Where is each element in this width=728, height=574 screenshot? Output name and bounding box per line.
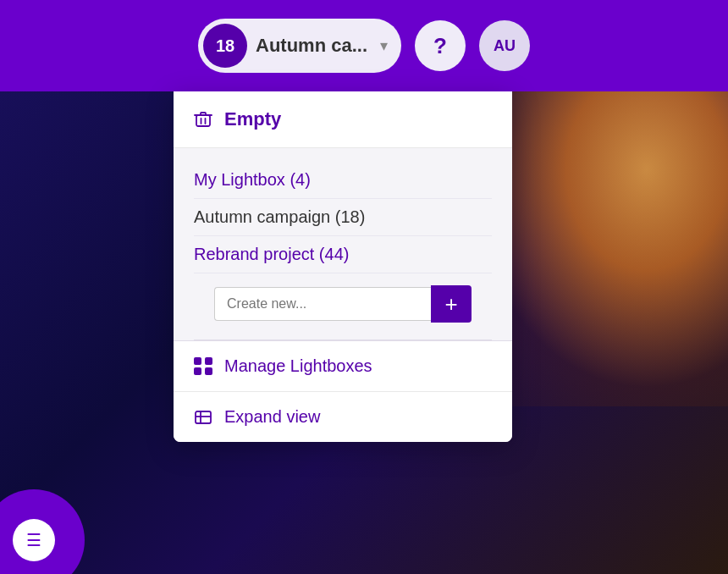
lightbox-item-name: Rebrand project (44) — [194, 245, 349, 263]
avatar-label: AU — [494, 37, 516, 55]
svg-rect-0 — [196, 115, 210, 126]
bottom-circle-icon: ☰ — [13, 519, 55, 561]
empty-label: Empty — [224, 108, 281, 130]
lightbox-name: Autumn ca... — [256, 35, 372, 57]
help-button[interactable]: ? — [415, 20, 466, 71]
lightbox-item-name: Autumn campaign (18) — [194, 207, 365, 226]
empty-button[interactable]: Empty — [174, 91, 512, 148]
manage-label: Manage Lightboxes — [224, 356, 372, 376]
lightbox-dropdown: Empty My Lightbox (4) Autumn campaign (1… — [174, 91, 512, 442]
create-lightbox-input[interactable] — [214, 287, 431, 321]
header: 18 Autumn ca... ▾ ? AU — [0, 0, 728, 91]
expand-view-button[interactable]: Expand view — [174, 392, 512, 442]
svg-rect-3 — [196, 411, 211, 423]
badge-count: 18 — [216, 36, 234, 56]
lightbox-item-name: My Lightbox (4) — [194, 170, 311, 189]
plus-icon: + — [444, 293, 457, 315]
manage-lightboxes-button[interactable]: Manage Lightboxes — [174, 341, 512, 392]
chevron-down-icon: ▾ — [380, 36, 388, 55]
trash-icon — [194, 110, 212, 129]
expand-icon — [194, 408, 212, 427]
expand-label: Expand view — [224, 407, 320, 427]
list-item[interactable]: Autumn campaign (18) — [194, 199, 492, 236]
avatar-button[interactable]: AU — [479, 20, 530, 71]
list-item[interactable]: My Lightbox (4) — [194, 162, 492, 199]
lightbox-list-section: My Lightbox (4) Autumn campaign (18) Reb… — [174, 148, 512, 341]
grid-icon — [194, 357, 212, 376]
lightbox-badge: 18 — [203, 24, 247, 68]
help-label: ? — [433, 33, 447, 59]
list-item[interactable]: Rebrand project (44) — [194, 236, 492, 273]
create-lightbox-row: + — [194, 273, 492, 340]
lightbox-selector[interactable]: 18 Autumn ca... ▾ — [198, 19, 401, 73]
create-lightbox-button[interactable]: + — [431, 285, 472, 323]
